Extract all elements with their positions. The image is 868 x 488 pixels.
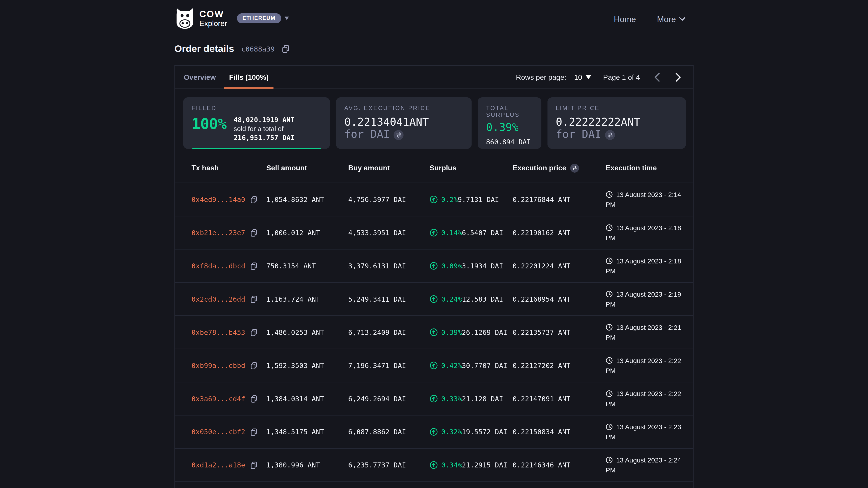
tx-hash-link[interactable]: 0xb99a...ebbd (191, 361, 245, 369)
execution-time: 13 August 2023 - 2:18 PM (606, 256, 688, 276)
execution-time: 13 August 2023 - 2:22 PM (606, 355, 688, 375)
tab-fills[interactable]: Fills (100%) (229, 66, 269, 88)
table-row: 0xf8da...dbcd 750.3154 ANT 3,379.6131 DA… (175, 250, 693, 283)
surplus-amount: 9.7131 DAI (458, 195, 499, 203)
copy-tx-hash-button[interactable] (250, 328, 257, 336)
buy-amount: 6,713.2409 DAI (348, 328, 430, 336)
nav-home[interactable]: Home (614, 14, 636, 24)
copy-icon (250, 461, 257, 469)
nav-more[interactable]: More (657, 14, 685, 24)
table-row: 0x4ed9...14a0 1,054.8632 ANT 4,756.5977 … (175, 183, 693, 217)
copy-tx-hash-button[interactable] (250, 229, 257, 236)
table-row: 0xd1a2...a18e 1,380.996 ANT 6,235.7737 D… (175, 449, 693, 482)
tx-hash-link[interactable]: 0x050e...cbf2 (191, 428, 245, 436)
tx-hash-link[interactable]: 0xbe78...b453 (191, 328, 245, 336)
total-surplus-percent: 0.39% (486, 122, 533, 134)
copy-tx-hash-button[interactable] (250, 395, 257, 402)
tx-hash-link[interactable]: 0x2cd0...26dd (191, 295, 245, 303)
page-status: Page 1 of 4 (603, 73, 640, 81)
sell-amount: 750.3154 ANT (266, 262, 348, 270)
buy-amount: 5,249.3411 DAI (348, 295, 430, 303)
execution-price: 0.22201224 ANT (513, 262, 606, 270)
execution-time: 13 August 2023 - 2:24 PM (606, 455, 688, 475)
surplus-amount: 3.1934 DAI (462, 262, 503, 270)
buy-amount: 6,249.2694 DAI (348, 394, 430, 403)
sell-amount: 1,006.012 ANT (266, 228, 348, 237)
page-heading: Order details c0688a39 (174, 43, 289, 55)
buy-amount: 7,196.3471 DAI (348, 361, 430, 369)
chevron-down-icon (679, 17, 685, 21)
clock-icon (606, 191, 613, 198)
tx-hash-link[interactable]: 0x4ed9...14a0 (191, 195, 245, 203)
limit-price-card: LIMIT PRICE 0.22222222ANT for DAI (548, 97, 686, 149)
tx-hash-link[interactable]: 0xf8da...dbcd (191, 262, 245, 270)
copy-order-id-button[interactable] (282, 45, 289, 53)
sell-amount: 1,486.0253 ANT (266, 328, 348, 336)
sell-amount: 1,348.5175 ANT (266, 428, 348, 436)
copy-tx-hash-button[interactable] (250, 196, 257, 203)
surplus-amount: 19.5572 DAI (462, 428, 507, 436)
execution-price: 0.22150834 ANT (513, 428, 606, 436)
invert-execution-price-button[interactable] (570, 164, 579, 172)
copy-icon (250, 295, 257, 303)
clock-icon (606, 357, 613, 364)
top-bar: COW Explorer ETHEREUM Home More (0, 0, 868, 38)
table-row: 0xb99a...ebbd 1,592.3503 ANT 7,196.3471 … (175, 349, 693, 382)
copy-icon (282, 45, 289, 53)
chevron-left-icon (654, 72, 660, 82)
execution-price: 0.22135737 ANT (513, 328, 606, 336)
sell-amount: 1,384.0314 ANT (266, 394, 348, 403)
network-badge: ETHEREUM (237, 13, 281, 23)
previous-page-button[interactable] (654, 72, 660, 82)
execution-time: 13 August 2023 - 2:19 PM (606, 289, 688, 309)
order-panel: Overview Fills (100%) Rows per page: 10 … (174, 65, 693, 488)
surplus-amount: 21.2915 DAI (462, 461, 507, 469)
surplus-cell: 0.2%9.7131 DAI (430, 195, 513, 203)
copy-icon (250, 229, 257, 236)
next-page-button[interactable] (675, 72, 681, 82)
copy-tx-hash-button[interactable] (250, 428, 257, 435)
tab-overview[interactable]: Overview (184, 66, 216, 88)
execution-time: 13 August 2023 - 2:22 PM (606, 389, 688, 409)
execution-price: 0.22168954 ANT (513, 295, 606, 303)
buy-amount: 3,379.6131 DAI (348, 262, 430, 270)
copy-tx-hash-button[interactable] (250, 361, 257, 369)
avg-price-unit: for DAI (344, 129, 390, 141)
rows-per-page-label: Rows per page: (516, 73, 566, 81)
clock-icon (606, 290, 613, 297)
copy-tx-hash-button[interactable] (250, 461, 257, 469)
surplus-amount: 26.1269 DAI (462, 328, 507, 336)
clock-icon (606, 224, 613, 231)
surplus-amount: 6.5407 DAI (462, 228, 503, 237)
surplus-up-icon (430, 361, 438, 369)
sold-prefix: sold for a total of (234, 125, 284, 133)
clock-icon (606, 257, 613, 264)
invert-limit-price-button[interactable] (605, 130, 615, 140)
copy-tx-hash-button[interactable] (250, 262, 257, 270)
copy-tx-hash-button[interactable] (250, 295, 257, 303)
brand-logo-link[interactable]: COW Explorer (174, 7, 227, 29)
surplus-percent: 0.14% (441, 228, 462, 237)
invert-price-button[interactable] (394, 130, 404, 140)
rows-per-page-select[interactable]: 10 (574, 73, 591, 81)
filled-progress-bar (191, 148, 322, 149)
execution-time: 13 August 2023 - 2:18 PM (606, 223, 688, 242)
tx-hash-link[interactable]: 0xb21e...23e7 (191, 228, 245, 237)
tx-hash-link[interactable]: 0x3a69...cd4f (191, 394, 245, 403)
surplus-up-icon (430, 328, 438, 336)
network-selector[interactable]: ETHEREUM (237, 13, 289, 23)
buy-amount: 6,087.8862 DAI (348, 428, 430, 436)
brand-name: COW (199, 9, 227, 18)
surplus-amount: 30.7707 DAI (462, 361, 507, 369)
execution-price: 0.22147091 ANT (513, 394, 606, 403)
col-surplus: Surplus (430, 164, 513, 182)
swap-arrows-icon (396, 132, 402, 137)
tx-hash-link[interactable]: 0xd1a2...a18e (191, 461, 245, 469)
buy-amount: 4,756.5977 DAI (348, 195, 430, 203)
surplus-cell: 0.32%19.5572 DAI (430, 428, 513, 436)
surplus-up-icon (430, 428, 438, 436)
surplus-up-icon (430, 228, 438, 237)
partial-next-row (175, 482, 693, 488)
sell-amount: 1,054.8632 ANT (266, 195, 348, 203)
col-tx-hash: Tx hash (191, 164, 266, 182)
